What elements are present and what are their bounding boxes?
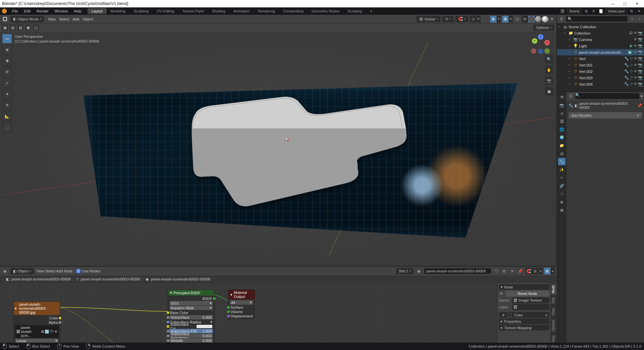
orientation-dropdown[interactable]: ⨁Global▾ bbox=[416, 16, 441, 23]
sel-mode-3[interactable]: ▨ bbox=[17, 25, 23, 31]
tool-select-box[interactable]: ▭ bbox=[2, 34, 12, 44]
workspace-tab-shading[interactable]: Shading bbox=[208, 8, 229, 14]
ne-mode-dropdown[interactable]: ◧Object▾ bbox=[10, 268, 34, 274]
scene-new-icon[interactable]: ⧉ bbox=[583, 8, 589, 14]
ne-menu-node[interactable]: Node bbox=[64, 269, 72, 273]
vp-menu-select[interactable]: Select bbox=[59, 17, 69, 21]
eye-icon[interactable]: 👁 bbox=[634, 31, 637, 35]
tool-measure[interactable]: 📐 bbox=[2, 111, 12, 121]
vp-menu-add[interactable]: Add bbox=[73, 17, 79, 21]
overlay-toggle[interactable]: ⊞▾ bbox=[502, 16, 513, 23]
tool-cursor[interactable]: ⊕ bbox=[2, 45, 12, 55]
shading-modes[interactable]: ⊞ bbox=[522, 16, 548, 23]
props-pin-icon[interactable]: 📌 bbox=[637, 103, 642, 108]
workspace-tab-animation[interactable]: Animation bbox=[229, 8, 254, 14]
ne-snap[interactable]: 🧲⊞▾ bbox=[525, 268, 543, 274]
eye-icon[interactable]: 👁 bbox=[634, 76, 637, 80]
outliner-item[interactable]: ▸📷Camera👁📷 bbox=[557, 36, 644, 43]
pivot-dropdown[interactable]: ⊙▾ bbox=[442, 16, 454, 23]
menu-window[interactable]: Window bbox=[52, 7, 70, 15]
mat-new-icon[interactable]: ⧉ bbox=[501, 268, 507, 274]
material-name-field[interactable]: pavel-sivash-screenshot0003-00008 bbox=[424, 268, 491, 274]
ptab-constraints[interactable]: 🔗 bbox=[558, 182, 566, 189]
outliner-new-collection-icon[interactable]: • bbox=[637, 16, 643, 22]
bc-mat[interactable]: pavel-sivash-screenshot0003-00008 bbox=[151, 277, 210, 281]
props-options-icon[interactable]: ▾ bbox=[641, 94, 643, 98]
ne-tab-tool[interactable]: Tool bbox=[551, 295, 557, 306]
mat-unlink-icon[interactable]: ✕ bbox=[509, 268, 515, 274]
eye-icon[interactable]: 👁 bbox=[634, 44, 637, 48]
pin-icon[interactable]: 📌 bbox=[517, 268, 523, 274]
vp-menu-object[interactable]: Object bbox=[83, 17, 93, 21]
matprev-shading-icon[interactable] bbox=[535, 16, 542, 23]
ptab-world[interactable]: 🌍 bbox=[558, 134, 566, 141]
rendered-shading-icon[interactable] bbox=[542, 16, 548, 23]
close-icon[interactable]: ✕ bbox=[634, 2, 640, 6]
ne-tab-view[interactable]: View bbox=[551, 306, 557, 317]
ne-overlay[interactable]: ⊕▾ bbox=[544, 268, 555, 274]
mesh-object[interactable] bbox=[128, 90, 473, 208]
node-principled-bsdf[interactable]: ▾Principled BSDF BSDF GGX▾ Random Walk▾ … bbox=[168, 290, 215, 350]
gizmo-toggle[interactable]: ⊕▾ bbox=[490, 16, 501, 23]
workspace-tab-uv-editing[interactable]: UV Editing bbox=[153, 8, 178, 14]
workspace-tab-texture-paint[interactable]: Texture Paint bbox=[178, 8, 208, 14]
disable-render-icon[interactable]: 📷 bbox=[638, 69, 643, 74]
ptab-render[interactable]: 📷 bbox=[558, 101, 566, 109]
bsdf-input[interactable]: Subsurface0.000 bbox=[169, 315, 213, 319]
panel-texture-mapping[interactable]: ▸Texture Mapping bbox=[499, 325, 549, 331]
outliner-item[interactable]: ▸▽Vert.001🔧▽👁📷 bbox=[557, 62, 644, 68]
ptab-output[interactable]: 🖨 bbox=[558, 110, 566, 117]
ptab-modifiers[interactable]: 🔧 bbox=[558, 158, 566, 165]
eye-icon[interactable]: 👁 bbox=[634, 56, 637, 61]
panel-node[interactable]: ▾Node bbox=[499, 284, 549, 290]
ptab-scene[interactable]: 🌐 bbox=[558, 126, 566, 133]
options-dropdown[interactable]: Options▾ bbox=[533, 24, 554, 31]
outliner-item[interactable]: ▸▽Vert🔧▽👁📷 bbox=[557, 55, 644, 62]
ptab-viewlayer[interactable]: 🖼 bbox=[558, 118, 566, 125]
workspace-tab-layout[interactable]: Layout bbox=[88, 8, 107, 14]
outliner-item[interactable]: ▸▽Vert.004🔧▽👁📷 bbox=[557, 81, 644, 87]
ptab-material[interactable]: ◉ bbox=[558, 198, 566, 206]
bc-obj[interactable]: pavel-sivash-screenshot0003-00008 bbox=[11, 277, 71, 281]
ptab-texture[interactable]: ▦ bbox=[558, 206, 566, 214]
outliner-item[interactable]: ▸▽Vert.003🔧▽👁📷 bbox=[557, 75, 644, 81]
ptab-particles[interactable]: ✨ bbox=[558, 166, 566, 173]
outliner-tree[interactable]: ▾🗂Scene Collection▾📁Collection☑👁📷▸📷Camer… bbox=[557, 23, 644, 91]
xray-toggle[interactable]: ◫ bbox=[514, 16, 520, 22]
add-modifier-dropdown[interactable]: Add Modifier ▾ bbox=[569, 112, 642, 119]
outliner-filter-icon[interactable]: ▽ bbox=[629, 16, 635, 22]
ptab-collection[interactable]: 📁 bbox=[558, 142, 566, 149]
ptab-object[interactable]: ▨ bbox=[558, 150, 566, 157]
ptab-physics[interactable]: ⚛ bbox=[558, 174, 566, 181]
vp-menu-view[interactable]: View bbox=[48, 17, 56, 21]
viewlayer-field[interactable]: ViewLayer bbox=[605, 8, 627, 14]
outliner-item[interactable]: ▸💡Light◉👁📷 bbox=[557, 43, 644, 49]
bsdf-input[interactable]: Subsurface Anisotropy0.000 bbox=[169, 334, 213, 338]
blender-logo-icon[interactable] bbox=[2, 9, 7, 13]
tool-transform[interactable]: ✦ bbox=[2, 89, 12, 99]
tool-annotate[interactable]: ✎ bbox=[2, 100, 12, 110]
menu-help[interactable]: Help bbox=[71, 7, 84, 15]
maximize-icon[interactable]: ▢ bbox=[622, 2, 628, 6]
tool-rotate[interactable]: ⟳ bbox=[2, 67, 12, 77]
ptab-mesh[interactable]: ▽ bbox=[558, 190, 566, 198]
mode-dropdown[interactable]: ◧ Object Mode ▾ bbox=[10, 16, 44, 23]
viewlayer-new-icon[interactable]: ⧉ bbox=[629, 8, 635, 14]
sel-mode-5[interactable]: ◫ bbox=[33, 25, 39, 31]
scene-del-icon[interactable]: ✕ bbox=[591, 8, 597, 14]
node-label-field[interactable]: 🖼 bbox=[512, 304, 549, 310]
use-nodes-checkbox[interactable]: ✓Use Nodes bbox=[76, 269, 100, 273]
props-type-icon[interactable]: ☰ bbox=[568, 93, 574, 99]
ne-menu-view[interactable]: View bbox=[36, 269, 44, 273]
snap-dropdown[interactable]: 🧲▾ bbox=[455, 16, 469, 23]
bsdf-sss-method[interactable]: Random Walk▾ bbox=[169, 306, 213, 310]
minimize-icon[interactable]: — bbox=[610, 2, 616, 6]
imgtex-image-field[interactable]: 🖼pavel-sivash-scre...⧉🔢🛡✕ bbox=[15, 325, 59, 338]
viewport-canvas[interactable]: User Perspective (1) Collection | pavel-… bbox=[0, 32, 556, 266]
ne-tab-node[interactable]: Node bbox=[551, 283, 557, 295]
eye-icon[interactable]: 👁 bbox=[634, 82, 637, 86]
material-browse-icon[interactable]: ◉ bbox=[416, 268, 422, 274]
ptab-tool[interactable]: 🛠 bbox=[558, 93, 566, 101]
reset-node-button[interactable]: Reset Node bbox=[505, 291, 549, 297]
disable-render-icon[interactable]: 📷 bbox=[638, 31, 643, 35]
